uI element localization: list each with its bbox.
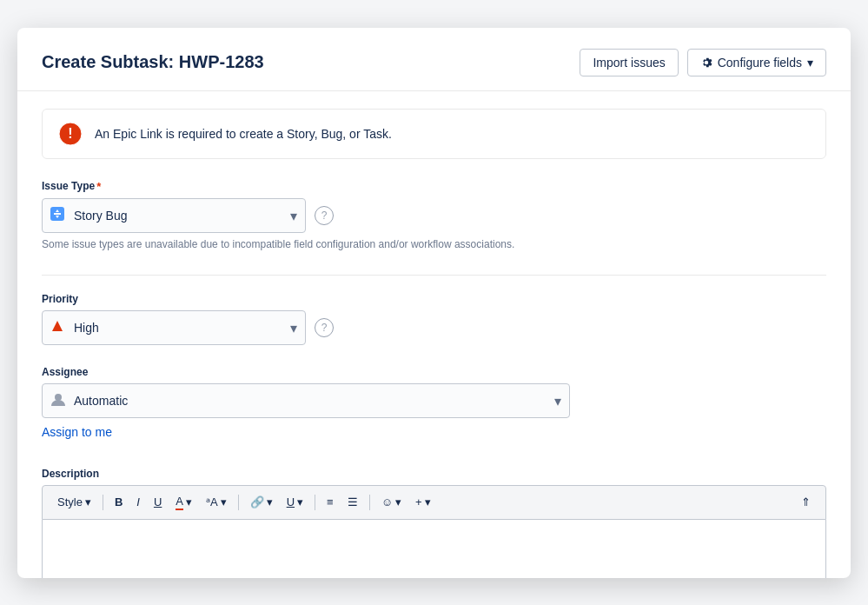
- priority-select[interactable]: High Highest Medium Low Lowest: [42, 310, 306, 345]
- priority-select-wrapper: High Highest Medium Low Lowest ▾: [42, 310, 306, 345]
- modal-title: Create Subtask: HWP-1283: [42, 52, 264, 72]
- modal-body: ! An Epic Link is required to create a S…: [17, 91, 851, 578]
- font-size-button[interactable]: ᵃA ▾: [200, 492, 233, 512]
- priority-section: Priority High Highest Medium Low Lowest: [42, 293, 826, 362]
- description-editor[interactable]: [42, 520, 826, 578]
- alert-banner: ! An Epic Link is required to create a S…: [42, 109, 826, 159]
- issue-type-hint: Some issue types are unavailable due to …: [42, 238, 826, 250]
- toolbar-divider-3: [315, 495, 315, 510]
- more-chevron-icon: ▾: [425, 495, 431, 509]
- toolbar-divider-1: [103, 495, 103, 510]
- description-section: Description Style ▾ B I U A ▾: [42, 468, 826, 578]
- toolbar-divider-2: [238, 495, 239, 510]
- link-chevron-icon: ▾: [267, 495, 273, 509]
- configure-label: Configure fields: [718, 56, 802, 70]
- bold-button[interactable]: B: [109, 492, 129, 512]
- modal-header: Create Subtask: HWP-1283 Import issues C…: [17, 28, 851, 91]
- underline2-chevron-icon: ▾: [297, 495, 303, 509]
- configure-chevron: ▾: [807, 56, 813, 70]
- issue-type-select-wrapper: Story Bug Story Bug Task Sub-task ▾: [42, 198, 306, 233]
- gear-icon: [700, 57, 712, 69]
- description-label: Description: [42, 468, 826, 480]
- toolbar-divider-4: [369, 495, 370, 510]
- underline2-button[interactable]: U ▾: [281, 492, 309, 512]
- assignee-section: Assignee Automatic Unassigned ▾: [42, 366, 826, 457]
- issue-type-label: Issue Type *: [42, 180, 826, 193]
- assignee-row: Automatic Unassigned ▾: [42, 383, 826, 418]
- emoji-button[interactable]: ☺ ▾: [375, 492, 407, 512]
- style-chevron-icon: ▾: [85, 495, 91, 509]
- italic-button[interactable]: I: [130, 492, 146, 512]
- configure-fields-button[interactable]: Configure fields ▾: [687, 49, 826, 76]
- emoji-chevron-icon: ▾: [395, 495, 401, 509]
- issue-type-row: Story Bug Story Bug Task Sub-task ▾ ?: [42, 198, 826, 233]
- more-button[interactable]: + ▾: [409, 492, 437, 512]
- create-subtask-modal: Create Subtask: HWP-1283 Import issues C…: [17, 28, 851, 578]
- svg-text:!: !: [68, 126, 72, 141]
- editor-toolbar: Style ▾ B I U A ▾ ᵃA: [42, 485, 826, 520]
- alert-icon: !: [58, 122, 83, 146]
- font-size-chevron-icon: ▾: [221, 495, 227, 509]
- header-actions: Import issues Configure fields ▾: [580, 49, 826, 76]
- underline-button[interactable]: U: [148, 492, 168, 512]
- bullet-list-button[interactable]: ≡: [321, 492, 340, 512]
- issue-type-select[interactable]: Story Bug Story Bug Task Sub-task: [42, 198, 306, 233]
- alert-message: An Epic Link is required to create a Sto…: [95, 127, 392, 141]
- required-star: *: [96, 180, 101, 193]
- priority-row: High Highest Medium Low Lowest ▾ ?: [42, 310, 826, 345]
- assignee-label: Assignee: [42, 366, 826, 378]
- link-button[interactable]: 🔗 ▾: [244, 492, 279, 512]
- assign-to-me-link[interactable]: Assign to me: [42, 425, 112, 439]
- priority-label: Priority: [42, 293, 826, 305]
- issue-type-section: Issue Type * Story Bug Sto: [42, 180, 826, 268]
- assignee-select[interactable]: Automatic Unassigned: [42, 383, 570, 418]
- assignee-select-wrapper: Automatic Unassigned ▾: [42, 383, 570, 418]
- style-button[interactable]: Style ▾: [51, 492, 97, 512]
- text-color-button[interactable]: A ▾: [169, 491, 198, 514]
- ordered-list-button[interactable]: ☰: [341, 492, 364, 512]
- import-issues-button[interactable]: Import issues: [580, 49, 678, 76]
- priority-help-icon[interactable]: ?: [315, 318, 334, 337]
- text-color-chevron-icon: ▾: [186, 495, 192, 509]
- issue-type-help-icon[interactable]: ?: [315, 206, 334, 225]
- collapse-button[interactable]: ⇑: [795, 492, 817, 512]
- collapse-icon: ⇑: [801, 495, 811, 509]
- section-divider: [42, 275, 826, 276]
